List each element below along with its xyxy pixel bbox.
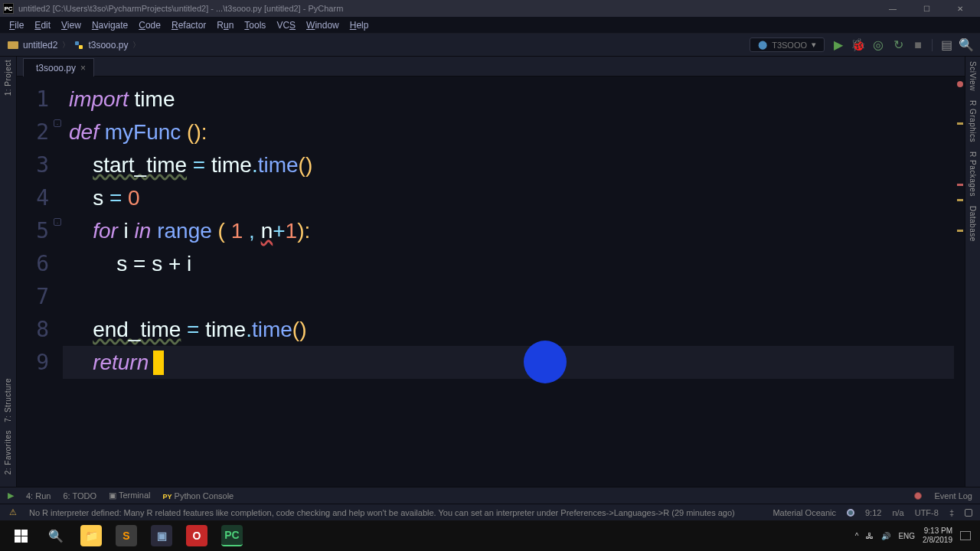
error-summary-icon[interactable]	[957, 81, 963, 87]
layout-button[interactable]: ▤	[940, 39, 952, 51]
menu-navigate[interactable]: Navigate	[87, 18, 132, 32]
menu-file[interactable]: File	[5, 18, 28, 32]
folder-icon	[8, 41, 18, 49]
system-tray[interactable]: ^ 🖧 🔊 ENG 9:13 PM 2/8/2019	[849, 527, 977, 545]
taskbar-app-pycharm[interactable]: PC	[214, 520, 250, 551]
line-number: 4	[17, 181, 63, 214]
tray-notifications-icon[interactable]	[960, 531, 971, 540]
status-bar: ⚠ No R interpreter defined: Many R relat…	[0, 504, 980, 520]
chevron-down-icon: ▾	[812, 40, 816, 50]
line-number: 7	[17, 280, 63, 313]
taskbar-app-terminal[interactable]: ▣	[144, 520, 179, 551]
code-line: start_time = time.time()	[63, 148, 965, 181]
search-button[interactable]: 🔍	[960, 39, 972, 51]
code-line: def myFunc ():	[63, 116, 965, 148]
warning-marker[interactable]	[957, 230, 963, 232]
rail-structure[interactable]: 7: Structure	[4, 378, 12, 422]
menu-vcs[interactable]: VCS	[272, 18, 300, 32]
chevron-right-icon: 〉	[132, 40, 140, 51]
fold-marker-icon[interactable]: -	[54, 119, 61, 127]
menu-edit[interactable]: Edit	[30, 18, 55, 32]
main-content: 1: Project 7: Structure 2: Favorites t3s…	[0, 57, 980, 487]
menu-code[interactable]: Code	[134, 18, 165, 32]
maximize-button[interactable]: ☐	[910, 0, 943, 17]
chevron-right-icon: 〉	[62, 40, 70, 51]
bottom-pyconsole[interactable]: PY Python Console	[162, 491, 234, 500]
left-tool-rail: 1: Project 7: Structure 2: Favorites	[0, 57, 17, 487]
rail-sciview[interactable]: SciView	[969, 61, 977, 91]
bottom-run[interactable]: 4: Run	[26, 491, 51, 500]
rail-rgraphics[interactable]: R Graphics	[969, 100, 977, 142]
rail-rpackages[interactable]: R Packages	[969, 152, 977, 197]
line-number: 9	[17, 346, 63, 379]
attach-button[interactable]: ↻	[892, 39, 904, 51]
breadcrumb-file[interactable]: t3sooo.py	[88, 40, 128, 51]
caret	[153, 350, 164, 375]
code-content[interactable]: import time def myFunc (): start_time = …	[63, 77, 965, 487]
fold-marker-icon[interactable]: -	[54, 218, 61, 226]
theme-dot-icon	[847, 509, 854, 517]
taskbar-app-explorer[interactable]: 📁	[74, 520, 109, 551]
menu-run[interactable]: Run	[212, 18, 238, 32]
window-title: untitled2 [C:\Users\t3so\PycharmProjects…	[18, 4, 343, 13]
taskbar-app-sublime[interactable]: S	[109, 520, 144, 551]
menu-view[interactable]: View	[57, 18, 86, 32]
menubar: File Edit View Navigate Code Refactor Ru…	[0, 17, 980, 34]
editor-tab[interactable]: t3sooo.py ×	[23, 58, 94, 77]
stop-button[interactable]: ■	[912, 39, 924, 51]
minimize-button[interactable]: —	[876, 0, 910, 17]
run-config-selector[interactable]: ⬤ T3SOOO ▾	[750, 37, 825, 52]
rail-project[interactable]: 1: Project	[4, 60, 12, 96]
tab-close-icon[interactable]: ×	[80, 63, 86, 73]
breadcrumb-project[interactable]: untitled2	[23, 40, 57, 51]
window-titlebar: PC untitled2 [C:\Users\t3so\PycharmProje…	[0, 0, 980, 17]
tray-network-icon[interactable]: 🖧	[866, 532, 874, 540]
svg-rect-1	[79, 45, 83, 49]
search-button[interactable]: 🔍	[38, 520, 74, 551]
menu-refactor[interactable]: Refactor	[167, 18, 211, 32]
status-line-ending[interactable]: ‡	[949, 508, 954, 517]
status-message[interactable]: No R interpreter defined: Many R related…	[29, 508, 762, 517]
code-line-current: return	[63, 346, 965, 379]
status-sep: n/a	[892, 508, 903, 517]
menu-window[interactable]: Window	[302, 18, 344, 32]
gutter: 1 2 3 4 5 6 7 8 9	[17, 77, 63, 487]
tray-clock[interactable]: 9:13 PM 2/8/2019	[923, 527, 952, 545]
editor-tabs: t3sooo.py ×	[17, 57, 965, 77]
start-button[interactable]	[3, 520, 38, 551]
code-line	[63, 280, 965, 313]
warning-icon: ⚠	[8, 507, 18, 518]
windows-logo-icon	[15, 530, 28, 543]
error-stripe[interactable]	[954, 77, 965, 487]
debug-button[interactable]: 🐞	[852, 39, 864, 51]
python-file-icon	[74, 41, 83, 50]
close-button[interactable]: ✕	[943, 0, 977, 17]
svg-rect-0	[75, 41, 79, 45]
tray-up-icon[interactable]: ^	[855, 532, 859, 540]
bottom-eventlog[interactable]: Event Log	[934, 491, 972, 500]
menu-help[interactable]: Help	[345, 18, 374, 32]
tray-language[interactable]: ENG	[898, 532, 915, 540]
code-editor[interactable]: 1 2 3 4 5 6 7 8 9 - - import time def my…	[17, 77, 965, 487]
tray-volume-icon[interactable]: 🔊	[881, 532, 890, 540]
status-encoding[interactable]: UTF-8	[915, 508, 939, 517]
rail-database[interactable]: Database	[969, 206, 977, 242]
breadcrumb: untitled2 〉 t3sooo.py 〉	[8, 40, 140, 51]
line-number: 6	[17, 247, 63, 280]
coverage-button[interactable]: ◎	[872, 39, 884, 51]
taskbar-app-opera[interactable]: O	[179, 520, 214, 551]
status-theme[interactable]: Material Oceanic	[773, 508, 836, 517]
run-icon: ▶	[8, 491, 14, 500]
status-position[interactable]: 9:12	[865, 508, 881, 517]
menu-tools[interactable]: Tools	[240, 18, 270, 32]
run-button[interactable]: ▶	[832, 39, 844, 51]
error-marker[interactable]	[957, 184, 963, 186]
rail-favorites[interactable]: 2: Favorites	[4, 430, 12, 474]
bottom-todo[interactable]: 6: TODO	[63, 491, 96, 500]
warning-marker[interactable]	[957, 199, 963, 201]
editor-area: t3sooo.py × 1 2 3 4 5 6 7 8 9 - - import…	[17, 57, 965, 487]
warning-marker[interactable]	[957, 122, 963, 125]
bottom-terminal[interactable]: ▣ Terminal	[109, 491, 150, 500]
code-line: s = s + i	[63, 247, 965, 280]
lock-icon[interactable]	[965, 509, 972, 517]
